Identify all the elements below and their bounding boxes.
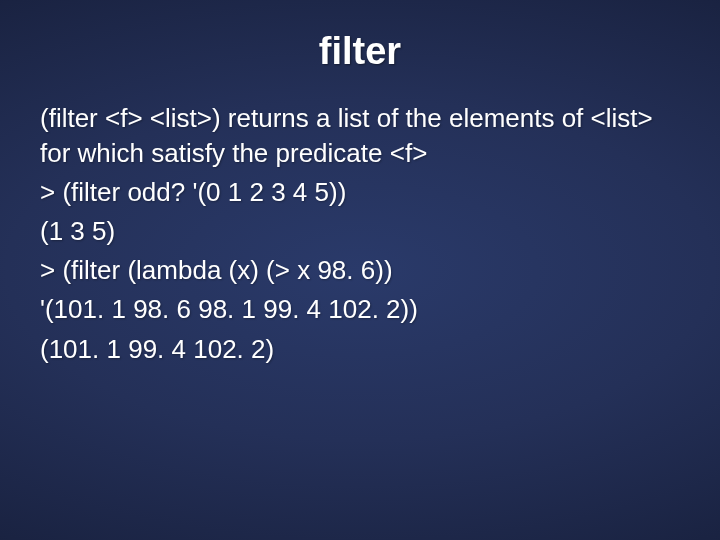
description: (filter <f> <list>) returns a list of th…: [40, 101, 680, 171]
code-line-4: '(101. 1 98. 6 98. 1 99. 4 102. 2)): [40, 292, 680, 327]
code-line-3: > (filter (lambda (x) (> x 98. 6)): [40, 253, 680, 288]
code-line-5: (101. 1 99. 4 102. 2): [40, 332, 680, 367]
slide: filter (filter <f> <list>) returns a lis…: [0, 0, 720, 540]
code-line-1: > (filter odd? '(0 1 2 3 4 5)): [40, 175, 680, 210]
code-line-2: (1 3 5): [40, 214, 680, 249]
slide-body: (filter <f> <list>) returns a list of th…: [40, 101, 680, 367]
slide-title: filter: [40, 30, 680, 73]
